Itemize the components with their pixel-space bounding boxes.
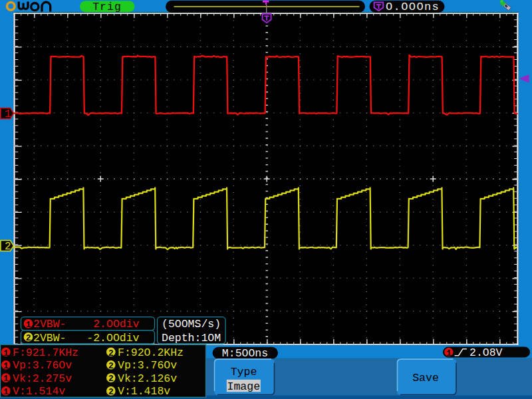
svg-text:-2.OOdiv: -2.OOdiv <box>86 332 139 344</box>
svg-text:2.OOdiv: 2.OOdiv <box>93 318 139 331</box>
svg-text:2VBW-: 2VBW- <box>33 318 66 331</box>
svg-text:Type: Type <box>231 366 257 378</box>
svg-text:M:5OOns: M:5OOns <box>222 347 268 360</box>
svg-text:2: 2 <box>5 241 11 253</box>
svg-text:Vp:3.76Ov: Vp:3.76Ov <box>13 359 72 372</box>
svg-text:Trig: Trig <box>92 1 122 13</box>
svg-text:Vk:2.126v: Vk:2.126v <box>118 372 177 385</box>
svg-text:2: 2 <box>108 374 114 384</box>
svg-text:1: 1 <box>3 387 9 397</box>
svg-text:O.OOOns: O.OOOns <box>386 1 440 13</box>
svg-text:1: 1 <box>5 108 11 120</box>
svg-text:Save: Save <box>412 372 439 384</box>
svg-text:2: 2 <box>108 361 114 371</box>
svg-text:2.O8V: 2.O8V <box>469 346 503 359</box>
svg-text:1: 1 <box>446 348 452 358</box>
svg-text:2: 2 <box>108 348 114 358</box>
svg-text:F:921.7KHz: F:921.7KHz <box>13 346 78 359</box>
svg-text:Depth:1OM: Depth:1OM <box>162 332 221 344</box>
svg-text:2: 2 <box>26 333 31 343</box>
svg-text:V:1.514v: V:1.514v <box>13 385 65 398</box>
svg-text:2: 2 <box>108 387 114 397</box>
svg-text:2VBW-: 2VBW- <box>33 332 66 344</box>
svg-text:(5OOMS/s): (5OOMS/s) <box>162 318 221 331</box>
svg-text:Vk:2.275v: Vk:2.275v <box>13 372 72 385</box>
svg-text:F:92O.2KHz: F:92O.2KHz <box>118 346 184 359</box>
svg-text:Vp:3.76Ov: Vp:3.76Ov <box>118 359 177 372</box>
svg-text:V:1.418v: V:1.418v <box>118 385 170 398</box>
svg-text:1: 1 <box>3 348 9 358</box>
svg-text:1: 1 <box>26 320 31 330</box>
svg-text:1: 1 <box>3 361 9 371</box>
svg-text:Image: Image <box>227 380 261 393</box>
svg-text:1: 1 <box>3 374 9 384</box>
